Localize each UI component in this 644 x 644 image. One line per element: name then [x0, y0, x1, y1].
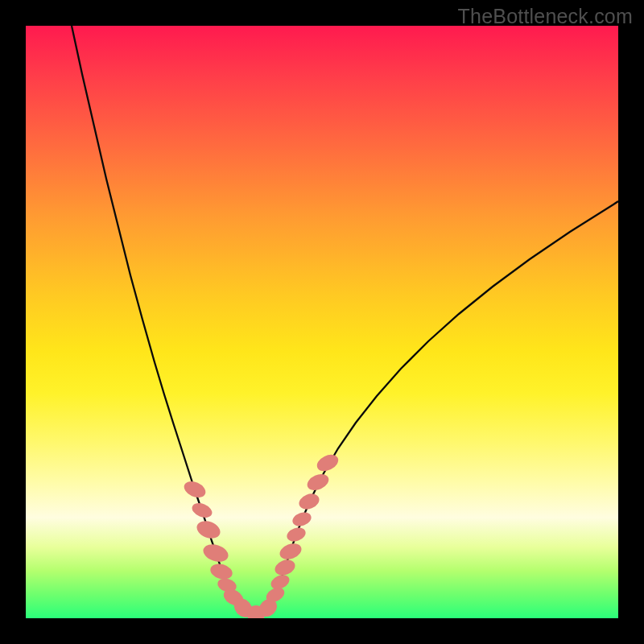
- bead-right-9: [305, 471, 332, 493]
- bead-right-10: [314, 452, 341, 474]
- curve-left: [72, 26, 257, 615]
- bead-right-4: [273, 557, 298, 578]
- bead-left-3: [201, 542, 231, 565]
- outer-frame: TheBottleneck.com: [0, 0, 644, 644]
- bead-left-4: [208, 561, 234, 581]
- bead-right-7: [291, 510, 313, 528]
- curve-right: [257, 201, 618, 615]
- bead-left-1: [190, 501, 214, 521]
- bead-left-0: [182, 478, 208, 501]
- bead-right-5: [278, 541, 304, 563]
- bead-right-6: [285, 525, 308, 543]
- bead-left-2: [194, 518, 222, 541]
- plot-area: [26, 26, 618, 618]
- watermark-text: TheBottleneck.com: [458, 5, 633, 28]
- bead-cluster: [182, 452, 341, 618]
- chart-svg: [26, 26, 618, 618]
- bead-right-8: [297, 491, 322, 512]
